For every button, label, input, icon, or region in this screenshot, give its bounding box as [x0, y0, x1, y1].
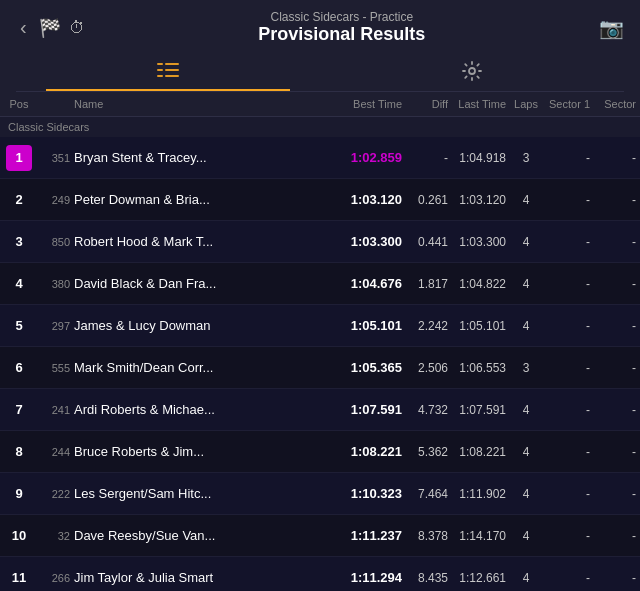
- sector2-cell: -: [594, 319, 640, 333]
- svg-rect-1: [165, 63, 179, 65]
- table-row: 3 850 Robert Hood & Mark T... 1:03.300 0…: [0, 221, 640, 263]
- sector2-cell: -: [594, 445, 640, 459]
- sector2-cell: -: [594, 487, 640, 501]
- last-time-cell: 1:04.918: [452, 151, 510, 165]
- number-cell: 266: [38, 572, 74, 584]
- pos-cell: 11: [0, 565, 38, 591]
- section-label: Classic Sidecars: [0, 117, 640, 137]
- diff-cell: 0.261: [408, 193, 452, 207]
- table-row: 10 32 Dave Reesby/Sue Van... 1:11.237 8.…: [0, 515, 640, 557]
- pos-cell: 9: [0, 481, 38, 507]
- best-time-cell: 1:05.365: [336, 360, 408, 375]
- sector2-cell: -: [594, 277, 640, 291]
- number-cell: 380: [38, 278, 74, 290]
- col-header-laps: Laps: [510, 98, 542, 110]
- number-cell: 244: [38, 446, 74, 458]
- best-time-cell: 1:07.591: [336, 402, 408, 417]
- sector1-cell: -: [542, 529, 594, 543]
- position-badge: 6: [6, 355, 32, 381]
- diff-cell: -: [408, 151, 452, 165]
- svg-point-6: [469, 68, 475, 74]
- name-cell: Mark Smith/Dean Corr...: [74, 360, 336, 375]
- pos-cell: 10: [0, 523, 38, 549]
- table-row: 9 222 Les Sergent/Sam Hitc... 1:10.323 7…: [0, 473, 640, 515]
- col-header-best: Best Time: [336, 98, 408, 110]
- number-cell: 222: [38, 488, 74, 500]
- header-title: Provisional Results: [85, 24, 599, 45]
- laps-cell: 4: [510, 403, 542, 417]
- name-cell: Dave Reesby/Sue Van...: [74, 528, 336, 543]
- laps-cell: 4: [510, 487, 542, 501]
- position-badge: 4: [6, 271, 32, 297]
- svg-rect-4: [157, 75, 163, 77]
- best-time-cell: 1:11.237: [336, 528, 408, 543]
- flag-icon: 🏁: [39, 17, 61, 39]
- laps-cell: 4: [510, 193, 542, 207]
- svg-rect-0: [157, 63, 163, 65]
- pos-cell: 1: [0, 145, 38, 171]
- sector1-cell: -: [542, 361, 594, 375]
- sector2-cell: -: [594, 151, 640, 165]
- header-title-block: Classic Sidecars - Practice Provisional …: [85, 10, 599, 45]
- table-row: 2 249 Peter Dowman & Bria... 1:03.120 0.…: [0, 179, 640, 221]
- tab-settings[interactable]: [320, 49, 624, 91]
- diff-cell: 4.732: [408, 403, 452, 417]
- svg-rect-2: [157, 69, 163, 71]
- name-cell: David Black & Dan Fra...: [74, 276, 336, 291]
- best-time-cell: 1:03.120: [336, 192, 408, 207]
- number-cell: 32: [38, 530, 74, 542]
- name-cell: Jim Taylor & Julia Smart: [74, 570, 336, 585]
- pos-cell: 6: [0, 355, 38, 381]
- sector1-cell: -: [542, 151, 594, 165]
- list-icon: [157, 62, 179, 80]
- name-cell: Peter Dowman & Bria...: [74, 192, 336, 207]
- sector2-cell: -: [594, 193, 640, 207]
- camera-icon[interactable]: 📷: [599, 16, 624, 40]
- number-cell: 249: [38, 194, 74, 206]
- position-badge: 10: [6, 523, 32, 549]
- sector2-cell: -: [594, 361, 640, 375]
- position-badge: 9: [6, 481, 32, 507]
- tabs: [16, 49, 624, 92]
- table-row: 1 351 Bryan Stent & Tracey... 1:02.859 -…: [0, 137, 640, 179]
- col-header-pos: Pos: [0, 98, 38, 110]
- svg-rect-3: [165, 69, 179, 71]
- last-time-cell: 1:12.661: [452, 571, 510, 585]
- sector1-cell: -: [542, 319, 594, 333]
- tab-results[interactable]: [16, 49, 320, 91]
- table-row: 11 266 Jim Taylor & Julia Smart 1:11.294…: [0, 557, 640, 591]
- sector1-cell: -: [542, 445, 594, 459]
- best-time-cell: 1:11.294: [336, 570, 408, 585]
- last-time-cell: 1:08.221: [452, 445, 510, 459]
- last-time-cell: 1:14.170: [452, 529, 510, 543]
- sector1-cell: -: [542, 235, 594, 249]
- table-row: 7 241 Ardi Roberts & Michae... 1:07.591 …: [0, 389, 640, 431]
- laps-cell: 4: [510, 529, 542, 543]
- column-headers: Pos Name Best Time Diff Last Time Laps S…: [0, 92, 640, 117]
- sector1-cell: -: [542, 487, 594, 501]
- sector2-cell: -: [594, 571, 640, 585]
- results-table: Classic Sidecars 1 351 Bryan Stent & Tra…: [0, 117, 640, 591]
- header-subtitle: Classic Sidecars - Practice: [85, 10, 599, 24]
- best-time-cell: 1:02.859: [336, 150, 408, 165]
- diff-cell: 8.378: [408, 529, 452, 543]
- laps-cell: 4: [510, 445, 542, 459]
- diff-cell: 0.441: [408, 235, 452, 249]
- sector2-cell: -: [594, 529, 640, 543]
- last-time-cell: 1:07.591: [452, 403, 510, 417]
- name-cell: Les Sergent/Sam Hitc...: [74, 486, 336, 501]
- name-cell: Bryan Stent & Tracey...: [74, 150, 336, 165]
- back-button[interactable]: ‹: [16, 12, 31, 43]
- best-time-cell: 1:05.101: [336, 318, 408, 333]
- position-badge: 3: [6, 229, 32, 255]
- pos-cell: 5: [0, 313, 38, 339]
- diff-cell: 8.435: [408, 571, 452, 585]
- diff-cell: 2.506: [408, 361, 452, 375]
- laps-cell: 4: [510, 319, 542, 333]
- position-badge: 7: [6, 397, 32, 423]
- col-header-last: Last Time: [452, 98, 510, 110]
- sector1-cell: -: [542, 403, 594, 417]
- gear-icon: [462, 61, 482, 81]
- best-time-cell: 1:08.221: [336, 444, 408, 459]
- best-time-cell: 1:04.676: [336, 276, 408, 291]
